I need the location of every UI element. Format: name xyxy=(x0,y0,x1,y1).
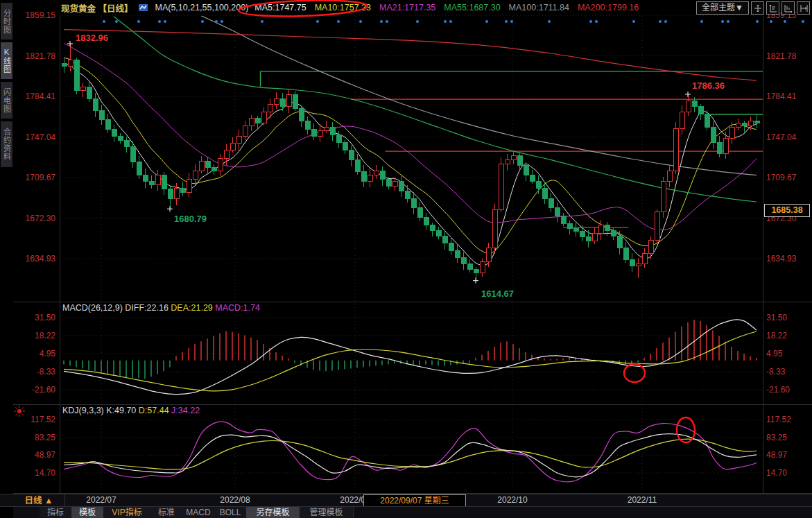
macd-value: MACD:1.74 xyxy=(215,303,260,313)
svg-text:4.95: 4.95 xyxy=(766,349,783,359)
svg-text:1784.41: 1784.41 xyxy=(766,92,797,101)
svg-text:1709.67: 1709.67 xyxy=(26,173,56,182)
macd-title: MACD(26,12,9) xyxy=(62,303,123,313)
svg-text:-21.60: -21.60 xyxy=(766,385,790,395)
svg-text:1821.78: 1821.78 xyxy=(766,51,797,61)
sidebar-item-1[interactable]: K线图 xyxy=(1,42,12,79)
svg-text:18.22: 18.22 xyxy=(35,331,55,340)
tab-MACD[interactable]: MACD xyxy=(182,507,215,518)
svg-text:1709.67: 1709.67 xyxy=(766,173,797,182)
ma-value-5: MA200:1799.16 xyxy=(578,3,639,12)
svg-text:1821.78: 1821.78 xyxy=(26,51,56,61)
trading-app-window: 1859.151859.151821.781821.781784.411784.… xyxy=(0,0,812,518)
svg-text:14.70: 14.70 xyxy=(766,468,787,478)
macd-diff-value: DIFF:22.16 xyxy=(125,303,169,313)
svg-text:83.25: 83.25 xyxy=(35,433,55,442)
sidebar-item-2[interactable]: 闪电图 xyxy=(1,82,12,119)
kdj-j-value: J:34.22 xyxy=(171,406,200,415)
svg-text:117.52: 117.52 xyxy=(31,415,55,424)
ma-line-MA55 xyxy=(114,17,757,202)
ma-line-MA100 xyxy=(189,10,757,175)
tab-VIP指标[interactable]: VIP指标 xyxy=(103,507,151,518)
tab-另存模板[interactable]: 另存模板 xyxy=(246,507,300,518)
svg-text:-8.33: -8.33 xyxy=(766,367,786,377)
kdj-d-value: D:57.44 xyxy=(139,406,169,415)
ma-settings-label: MA(5,10,21,55,100,200) xyxy=(155,3,248,12)
indicator-tab-bar: 指标模板VIP指标标准MACDBOLL另存模板管理模板 xyxy=(0,506,812,518)
crosshair-date-badge: 2022/09/07 星期三 xyxy=(363,494,466,507)
macd-panel-header: MACD(26,12,9) DIFF:22.16 DEA:21.29 MACD:… xyxy=(62,303,260,313)
kdj-k-value: K:49.70 xyxy=(106,406,136,415)
candles-layer xyxy=(62,44,759,281)
svg-text:4.95: 4.95 xyxy=(40,349,56,359)
kdj-settings-icon[interactable] xyxy=(14,406,25,417)
time-label-1: 2022/08 xyxy=(207,495,263,505)
event-dots-layer xyxy=(103,20,804,23)
period-selector[interactable]: 日线 ▲ xyxy=(13,494,65,507)
time-axis-row: 日线 ▲ 2022/072022/082022/092022/102022/11… xyxy=(0,494,812,507)
svg-text:-8.33: -8.33 xyxy=(37,367,56,377)
ma-value-1: MA10:1757.23 xyxy=(315,3,371,12)
time-label-4: 2022/11 xyxy=(614,495,670,505)
ma-value-4: MA100:1711.84 xyxy=(509,3,569,12)
ma-value-3: MA55:1687.30 xyxy=(444,3,500,12)
kdj-d-line xyxy=(64,439,757,469)
tab-管理模板[interactable]: 管理模板 xyxy=(300,507,354,518)
shift-right-icon[interactable] xyxy=(797,1,810,15)
indicator-icon xyxy=(139,3,148,12)
tab-BOLL[interactable]: BOLL xyxy=(214,507,247,518)
svg-text:18.22: 18.22 xyxy=(766,331,787,340)
time-label-0: 2022/07 xyxy=(74,495,129,505)
time-label-3: 2022/10 xyxy=(485,495,540,505)
svg-text:-21.60: -21.60 xyxy=(32,385,55,395)
svg-text:1832.96: 1832.96 xyxy=(76,33,108,43)
chart-type-sidebar: 分时图K线图闪电图合约资料 xyxy=(0,0,13,494)
svg-text:1784.41: 1784.41 xyxy=(26,92,56,101)
svg-text:31.50: 31.50 xyxy=(35,313,55,322)
ma-values: MA5:1747.75MA10:1757.23MA21:1717.35MA55:… xyxy=(254,3,639,12)
svg-text:1747.04: 1747.04 xyxy=(26,132,56,142)
svg-text:1680.79: 1680.79 xyxy=(174,214,207,224)
ma-value-2: MA21:1717.35 xyxy=(379,3,435,12)
kdj-title: KDJ(9,3,3) xyxy=(62,406,104,415)
svg-text:1634.93: 1634.93 xyxy=(766,254,797,264)
macd-dea-line xyxy=(64,331,757,391)
svg-text:1859.15: 1859.15 xyxy=(26,10,56,20)
svg-text:48.97: 48.97 xyxy=(35,450,55,460)
svg-text:48.97: 48.97 xyxy=(766,450,787,460)
symbol-title: 现货黄金 【日线】 xyxy=(61,1,132,15)
tab-指标[interactable]: 指标 xyxy=(40,507,72,518)
x-axis-scale-icon[interactable] xyxy=(781,1,795,15)
macd-dea-value: DEA:21.29 xyxy=(171,303,212,313)
svg-text:14.70: 14.70 xyxy=(35,468,55,478)
kdj-panel xyxy=(64,422,757,482)
macd-diff-line xyxy=(64,320,757,395)
ma-value-0: MA5:1747.75 xyxy=(254,3,306,12)
svg-text:83.25: 83.25 xyxy=(766,433,787,442)
tab-标准[interactable]: 标准 xyxy=(150,507,183,518)
pan-move-icon[interactable] xyxy=(751,1,764,15)
svg-text:31.50: 31.50 xyxy=(766,313,787,322)
svg-text:117.52: 117.52 xyxy=(766,415,791,424)
svg-text:1786.36: 1786.36 xyxy=(692,80,725,91)
kdj-panel-header: KDJ(9,3,3) K:49.70 D:57.44 J:34.22 xyxy=(62,406,200,415)
ma-line-MA200 xyxy=(64,30,757,80)
svg-text:1614.67: 1614.67 xyxy=(481,288,514,299)
tab-模板[interactable]: 模板 xyxy=(71,507,104,518)
macd-panel xyxy=(64,320,757,395)
sidebar-item-3[interactable]: 合约资料 xyxy=(1,121,12,167)
sidebar-item-0[interactable]: 分时图 xyxy=(1,3,12,40)
y-axis-scale-icon[interactable] xyxy=(766,1,779,15)
kdj-k-line xyxy=(64,434,757,477)
svg-text:1634.93: 1634.93 xyxy=(26,254,56,264)
svg-text:1672.30: 1672.30 xyxy=(26,214,56,223)
chart-header: 现货黄金 【日线】 MA(5,10,21,55,100,200) MA5:174… xyxy=(61,0,639,15)
chart-toolbar: 全部主题▼ xyxy=(696,1,810,15)
last-price-badge: 1685.38 xyxy=(764,204,810,217)
chart-canvas[interactable]: 1859.151859.151821.781821.781784.411784.… xyxy=(0,0,812,518)
tab-bar-corner xyxy=(0,507,13,518)
svg-text:1747.04: 1747.04 xyxy=(766,132,797,142)
theme-dropdown-button[interactable]: 全部主题▼ xyxy=(696,1,749,15)
